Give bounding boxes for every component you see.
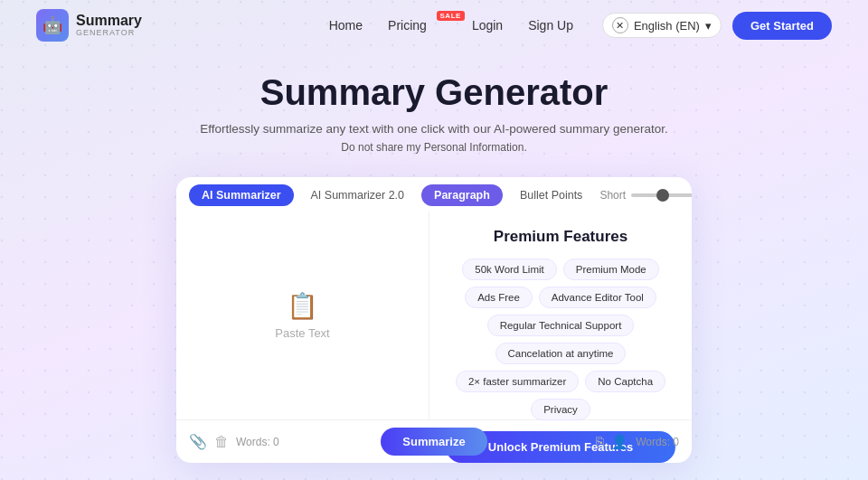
nav-links: Home PricingSALE Login Sign Up <box>329 18 573 33</box>
feature-tags: 50k Word Limit Premium Mode Ads Free Adv… <box>446 259 675 420</box>
length-slider[interactable] <box>631 193 692 197</box>
feature-tag-ads-free: Ads Free <box>465 287 533 308</box>
chevron-down-icon: ▾ <box>705 19 712 33</box>
feature-tag-50k: 50k Word Limit <box>462 259 556 280</box>
features-section: 🎯 Generate Accurate Summaries in 📋 Get t… <box>0 472 868 480</box>
text-input-panel[interactable]: 📋 Paste Text <box>176 212 429 419</box>
navbar: 🤖 Summary GENERATOR Home PricingSALE Log… <box>0 0 868 51</box>
nav-pricing[interactable]: PricingSALE <box>388 18 447 33</box>
footer-left: 📎 🗑 Words: 0 <box>189 433 372 450</box>
paste-text-area[interactable]: 📋 Paste Text <box>275 291 329 340</box>
feature-tag-cancelation: Cancelation at anytime <box>495 343 627 364</box>
feature-tag-premium-mode: Premium Mode <box>563 259 659 280</box>
logo: 🤖 Summary GENERATOR <box>36 9 142 42</box>
footer-right: ⎘ 👤 Words: 0 <box>496 434 679 450</box>
tab-paragraph[interactable]: Paragraph <box>421 184 503 206</box>
tab-ai-summarizer-2[interactable]: AI Summarizer 2.0 <box>298 184 418 206</box>
paste-icon: 📋 <box>287 291 318 321</box>
tool-body: 📋 Paste Text Premium Features 50k Word L… <box>176 212 692 419</box>
language-selector[interactable]: ✕ English (EN) ▾ <box>602 13 722 38</box>
lang-label: English (EN) <box>634 19 700 33</box>
nav-signup[interactable]: Sign Up <box>528 18 573 33</box>
words-count-right: Words: 0 <box>636 436 679 448</box>
nav-login[interactable]: Login <box>472 18 503 33</box>
summarize-button[interactable]: Summarize <box>381 428 486 456</box>
hero-section: Summary Generator Effortlessly summarize… <box>0 51 868 168</box>
get-started-button[interactable]: Get Started <box>732 12 832 40</box>
copy-icon[interactable]: ⎘ <box>596 434 604 449</box>
hero-title: Summary Generator <box>18 72 850 113</box>
words-count-left: Words: 0 <box>236 436 279 448</box>
feature-tag-captcha: No Captcha <box>585 371 665 392</box>
nav-home[interactable]: Home <box>329 18 363 33</box>
tab-ai-summarizer[interactable]: AI Summarizer <box>189 184 294 206</box>
paste-text-label: Paste Text <box>275 326 329 340</box>
hero-privacy: Do not share my Personal Information. <box>18 141 850 154</box>
sale-badge: SALE <box>437 11 465 21</box>
premium-title: Premium Features <box>494 228 627 246</box>
hero-subtitle: Effortlessly summarize any text with one… <box>18 122 850 136</box>
logo-icon: 🤖 <box>36 9 69 42</box>
globe-icon: ✕ <box>612 17 628 33</box>
logo-title: Summary <box>76 13 142 29</box>
tabs-row: AI Summarizer AI Summarizer 2.0 Paragrap… <box>176 177 692 212</box>
trash-icon[interactable]: 🗑 <box>214 434 229 450</box>
user-icon[interactable]: 👤 <box>611 434 628 450</box>
slider-short-label: Short <box>599 189 626 202</box>
attach-icon[interactable]: 📎 <box>189 433 207 450</box>
feature-tag-support: Regular Technical Support <box>487 315 635 336</box>
tool-card: AI Summarizer AI Summarizer 2.0 Paragrap… <box>176 177 692 463</box>
premium-panel: Premium Features 50k Word Limit Premium … <box>429 212 692 419</box>
logo-subtitle: GENERATOR <box>76 29 142 38</box>
feature-tag-faster: 2× faster summarizer <box>456 371 579 392</box>
length-slider-wrap: Short Long <box>599 189 692 202</box>
nav-right: ✕ English (EN) ▾ Get Started <box>602 12 832 40</box>
tab-bullet-points[interactable]: Bullet Points <box>507 184 595 206</box>
feature-tag-editor: Advance Editor Tool <box>539 287 656 308</box>
feature-tag-privacy: Privacy <box>531 399 590 420</box>
